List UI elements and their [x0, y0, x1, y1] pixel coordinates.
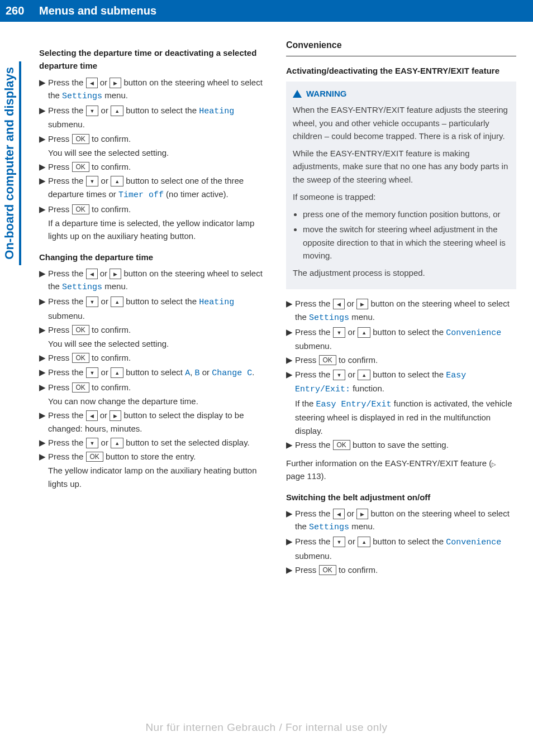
step-body: Press OK to confirm.	[48, 351, 269, 364]
up-arrow-key-icon	[358, 370, 370, 380]
text: If the	[295, 399, 316, 408]
text: page 113).	[286, 471, 326, 481]
warning-text: The adjustment process is stopped.	[293, 266, 510, 279]
down-arrow-key-icon	[86, 367, 99, 378]
menu-name: Timer off	[118, 190, 164, 200]
text: Press the	[295, 509, 333, 518]
text: or	[345, 327, 358, 337]
page-number: 260	[0, 0, 30, 22]
text: to confirm.	[89, 162, 131, 171]
warning-list-item: press one of the memory function positio…	[303, 208, 510, 221]
step: ▶Press OK to confirm.	[39, 351, 269, 364]
step-body: Press the or button to select the Conven…	[295, 326, 516, 353]
text: button to save the setting.	[350, 440, 449, 449]
step: ▶Press the or button to select A, B or C…	[39, 366, 269, 380]
header-bar: Menus and submenus	[0, 0, 533, 22]
step-arrow-icon: ▶	[39, 366, 48, 380]
step-body: Press the or button on the steering whee…	[295, 507, 516, 534]
step: ▶Press the or button to select the displ…	[39, 409, 269, 435]
text: button to select the	[370, 537, 446, 546]
warning-label: WARNING	[306, 87, 347, 100]
step: ▶Press the or button to select the Easy …	[286, 368, 516, 396]
text: or	[345, 370, 358, 379]
step-body: Press the or button to select the displa…	[48, 409, 269, 435]
side-tab: On-board computer and displays	[0, 61, 21, 265]
step-arrow-icon: ▶	[39, 295, 48, 322]
text: Press	[48, 353, 72, 362]
step: ▶Press the or button to set the selected…	[39, 436, 269, 449]
right-arrow-key-icon	[356, 299, 368, 309]
ok-key-icon: OK	[319, 355, 336, 365]
text: Press	[48, 204, 72, 214]
step: ▶Press the or button on the steering whe…	[286, 297, 516, 324]
text: or	[98, 410, 110, 420]
step-arrow-icon: ▶	[286, 353, 295, 366]
menu-name: Settings	[62, 92, 102, 101]
side-tab-text: On-board computer and displays	[0, 61, 19, 265]
step-body: Press OK to confirm.	[48, 203, 269, 216]
step-arrow-icon: ▶	[39, 351, 48, 364]
text: ,	[190, 367, 194, 377]
text: Press	[295, 355, 319, 365]
step-body: Press the or button to select the Heatin…	[48, 104, 269, 131]
text: or	[98, 296, 111, 306]
left-arrow-key-icon	[86, 78, 98, 88]
text: or	[98, 176, 111, 185]
step-body: Press the or button on the steering whee…	[48, 267, 269, 294]
text: Press the	[48, 78, 86, 87]
text: Press the	[48, 296, 86, 306]
step-result: You can now change the departure time.	[48, 395, 269, 408]
step-arrow-icon: ▶	[286, 297, 295, 324]
step-arrow-icon: ▶	[39, 267, 48, 294]
text: Press the	[295, 537, 333, 546]
step-body: Press the or button on the steering whee…	[295, 297, 516, 324]
text: Press the	[295, 299, 333, 308]
text: menu.	[349, 312, 375, 322]
step: ▶Press the or button on the steering whe…	[39, 76, 269, 103]
text: Press the	[295, 440, 333, 449]
left-arrow-key-icon	[333, 509, 345, 519]
right-arrow-key-icon	[110, 269, 121, 279]
step-arrow-icon: ▶	[286, 563, 295, 576]
text: or	[98, 269, 110, 278]
down-arrow-key-icon	[86, 106, 99, 116]
content-area: Selecting the departure time or deactiva…	[0, 22, 533, 577]
step-arrow-icon: ▶	[39, 104, 48, 131]
step-arrow-icon: ▶	[286, 368, 295, 396]
step-body: Press the or button to select one of the…	[48, 174, 269, 202]
text: submenu.	[295, 341, 332, 351]
right-column: Convenience Activating/deactivating the …	[286, 39, 516, 577]
step-body: Press the or button to select A, B or Ch…	[48, 366, 269, 380]
text: to confirm.	[89, 134, 131, 143]
step-body: Press OK to confirm.	[48, 132, 269, 145]
text: to confirm.	[89, 382, 131, 392]
step-arrow-icon: ▶	[286, 326, 295, 353]
ok-key-icon: OK	[333, 440, 350, 450]
watermark: Nur für internen Gebrauch / For internal…	[0, 721, 533, 734]
warning-title: WARNING	[293, 87, 510, 100]
up-arrow-key-icon	[358, 327, 370, 338]
step: ▶Press OK to confirm.	[39, 160, 269, 173]
text: (no timer active).	[164, 189, 229, 199]
ok-key-icon: OK	[72, 162, 89, 172]
text: function.	[350, 384, 384, 393]
step-arrow-icon: ▶	[39, 409, 48, 435]
step: ▶Press OK to confirm.	[39, 323, 269, 336]
step: ▶Press the or button to select the Conve…	[286, 326, 516, 353]
heading-select-departure: Selecting the departure time or deactiva…	[39, 46, 269, 73]
further-info: Further information on the EASY-ENTRY/EX…	[286, 457, 516, 483]
step: ▶Press OK to confirm.	[286, 353, 516, 366]
down-arrow-key-icon	[333, 537, 346, 547]
text: or	[345, 509, 357, 518]
text: Press the	[48, 367, 86, 377]
step-arrow-icon: ▶	[39, 174, 48, 202]
step: ▶Press the or button to select the Conve…	[286, 535, 516, 562]
text: or	[345, 537, 358, 546]
warning-box: WARNING When the EASY-ENTRY/EXIT feature…	[286, 82, 516, 289]
text: to confirm.	[336, 355, 378, 365]
step: ▶Press the or button to select one of th…	[39, 174, 269, 202]
step: ▶Press the or button on the steering whe…	[39, 267, 269, 294]
left-arrow-key-icon	[333, 299, 345, 309]
text: or	[345, 299, 357, 308]
step-arrow-icon: ▶	[39, 132, 48, 145]
